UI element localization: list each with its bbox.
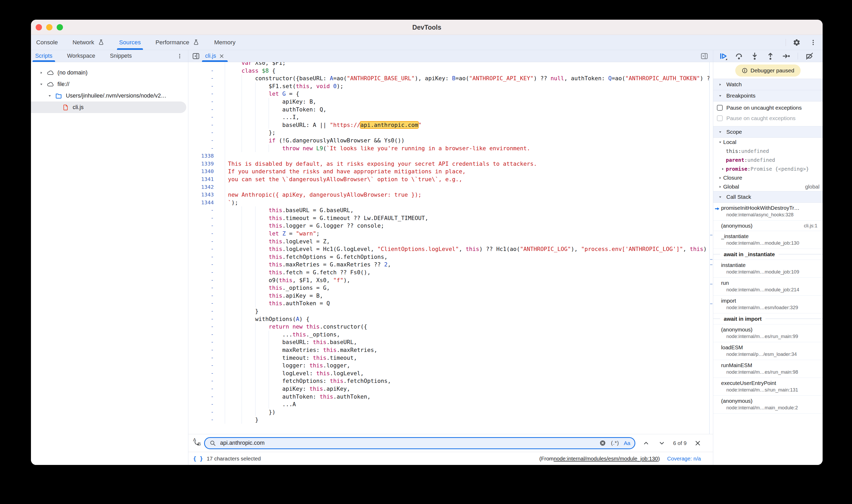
scope-row-promise[interactable]: promise: Promise {<pending>} [713, 164, 823, 173]
coverage-link[interactable]: Coverage: n/a [667, 455, 701, 462]
show-debugger-sidebar-icon[interactable] [700, 52, 708, 60]
line-number[interactable]: - [188, 385, 225, 393]
line-number[interactable]: - [188, 245, 225, 253]
line-number[interactable]: - [188, 377, 225, 385]
line-number[interactable]: - [188, 354, 225, 362]
line-number[interactable]: - [188, 230, 225, 238]
resume-script-icon[interactable] [719, 52, 727, 60]
line-number[interactable]: - [188, 346, 225, 354]
line-number[interactable]: 1339 [188, 160, 225, 168]
tree-item-file-[interactable]: file:// [31, 78, 188, 90]
line-number[interactable]: - [188, 253, 225, 261]
line-number[interactable]: 1344 [188, 199, 225, 206]
navigator-more-icon[interactable] [177, 53, 183, 59]
checkbox[interactable] [717, 115, 723, 121]
tree-item-users-jinhuilee-nvm-versions-node-v2-[interactable]: Users/jinhuilee/.nvm/versions/node/v2… [31, 90, 188, 102]
line-number[interactable]: - [188, 338, 225, 346]
callstack-frame[interactable]: runnode:internal/m…module_job:214 [713, 278, 823, 295]
main-tab-network[interactable]: Network [71, 35, 106, 50]
step-into-icon[interactable] [750, 52, 759, 60]
line-number[interactable]: 1343 [188, 191, 225, 199]
scope-row-Global[interactable]: Globalglobal [713, 182, 823, 191]
pretty-print-icon[interactable]: { } [193, 455, 203, 462]
line-number[interactable]: - [188, 400, 225, 408]
callstack-frame[interactable]: runMainESMnode:internal/m…es/run_main:98 [713, 360, 823, 378]
chevron-right-icon[interactable] [38, 71, 44, 75]
line-number[interactable]: - [188, 90, 225, 98]
line-number[interactable]: - [188, 269, 225, 276]
line-number[interactable]: - [188, 144, 225, 152]
line-number[interactable]: - [188, 67, 225, 75]
line-number[interactable]: - [188, 206, 225, 214]
callstack-frame[interactable]: (anonymous)node:internal/m…main_module:2 [713, 396, 823, 414]
deactivate-breakpoints-icon[interactable] [805, 52, 814, 60]
search-input[interactable] [219, 439, 599, 447]
line-number[interactable]: - [188, 416, 225, 424]
callstack-frame[interactable]: (anonymous)node:internal/m…es/run_main:9… [713, 324, 823, 342]
section-call-stack[interactable]: Call Stack [713, 191, 823, 203]
line-number[interactable]: - [188, 82, 225, 90]
breakpoint-option[interactable]: Pause on caught exceptions [713, 113, 823, 124]
line-number[interactable]: - [188, 74, 225, 82]
line-number[interactable]: - [188, 260, 225, 269]
editor-scrollbar[interactable] [709, 62, 713, 434]
settings-gear-icon[interactable] [793, 39, 801, 47]
callstack-frame[interactable]: executeUserEntryPointnode:internal/m…s/r… [713, 378, 823, 396]
scope-row-parent[interactable]: parent: undefined [713, 156, 823, 164]
callstack-frame[interactable]: instantiatenode:internal/m…module_job:10… [713, 260, 823, 278]
line-number[interactable]: - [188, 331, 225, 339]
main-tab-memory[interactable]: Memory [212, 35, 237, 50]
line-number[interactable]: - [188, 113, 225, 121]
callstack-frame[interactable]: importnode:internal/m…esm/loader:329 [713, 295, 823, 313]
hide-navigator-icon[interactable] [192, 52, 200, 60]
regex-toggle[interactable]: (.*) [611, 440, 619, 446]
chevron-right-icon[interactable] [720, 167, 726, 171]
chevron-down-icon[interactable] [38, 82, 44, 86]
search-field[interactable]: (.*) Aa [204, 437, 635, 449]
code-editor[interactable]: var Xs0, $F1;- class $8 {- constructor({… [188, 62, 709, 434]
line-number[interactable]: - [188, 315, 225, 323]
line-number[interactable]: - [188, 408, 225, 416]
line-number[interactable]: - [188, 323, 225, 331]
line-number[interactable]: 1338 [188, 152, 225, 160]
line-number[interactable] [188, 62, 225, 67]
section-scope[interactable]: Scope [713, 126, 823, 138]
from-source-link[interactable]: node:internal/modules/esm/module_job:130 [554, 455, 658, 462]
checkbox[interactable] [717, 105, 723, 111]
navigator-tab-snippets[interactable]: Snippets [108, 50, 134, 62]
line-number[interactable]: - [188, 362, 225, 370]
navigator-tab-scripts[interactable]: Scripts [33, 50, 55, 62]
main-tab-performance[interactable]: Performance [154, 35, 201, 50]
chevron-right-icon[interactable] [717, 185, 723, 189]
replace-toggle-icon[interactable]: A B [192, 438, 202, 448]
callstack-frame[interactable]: _instantiatenode:internal/m…module_job:1… [713, 231, 823, 249]
chevron-down-icon[interactable] [47, 94, 52, 98]
chevron-right-icon[interactable] [717, 176, 723, 180]
line-number[interactable]: - [188, 106, 225, 113]
previous-match-icon[interactable] [643, 440, 650, 447]
step-icon[interactable] [782, 52, 791, 60]
tree-item--no-domain-[interactable]: (no domain) [31, 67, 188, 78]
line-number[interactable]: - [188, 300, 225, 307]
line-number[interactable]: - [188, 129, 225, 137]
line-number[interactable]: - [188, 307, 225, 315]
navigator-tab-workspace[interactable]: Workspace [65, 50, 97, 62]
callstack-frame[interactable]: loadESMnode:internal/p…/esm_loader:34 [713, 342, 823, 360]
line-number[interactable]: - [188, 238, 225, 246]
line-number[interactable]: - [188, 284, 225, 292]
line-number[interactable]: - [188, 137, 225, 144]
main-tab-console[interactable]: Console [35, 35, 59, 50]
line-number[interactable]: - [188, 292, 225, 300]
chevron-down-icon[interactable] [717, 140, 723, 144]
line-number[interactable]: - [188, 121, 225, 129]
scope-row-this[interactable]: this: undefined [713, 147, 823, 156]
breakpoint-option[interactable]: Pause on uncaught exceptions [713, 103, 823, 113]
scope-row-Local[interactable]: Local [713, 138, 823, 147]
clear-search-icon[interactable] [599, 439, 606, 447]
more-options-icon[interactable] [810, 39, 817, 46]
tree-item-cli-js[interactable]: cli.js [31, 102, 186, 113]
line-number[interactable]: 1342 [188, 183, 225, 191]
main-tab-sources[interactable]: Sources [118, 35, 142, 50]
step-over-icon[interactable] [735, 52, 743, 60]
callstack-frame[interactable]: (anonymous)cli.js:1 [713, 220, 823, 231]
